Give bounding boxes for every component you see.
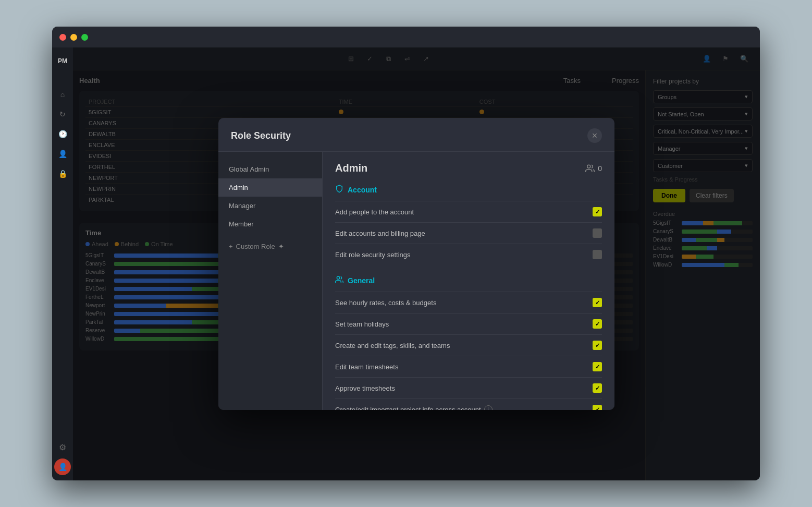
perm-section-general: General See hourly rates, costs & budget…	[335, 275, 602, 410]
check-mark: ✓	[595, 209, 600, 215]
sidebar-icon-home[interactable]: ⌂	[54, 86, 71, 103]
titlebar	[52, 27, 760, 47]
nav-item-global-admin[interactable]: Global Admin	[218, 160, 322, 178]
perm-text: Create and edit tags, skills, and teams	[335, 342, 450, 349]
nav-item-manager[interactable]: Manager	[218, 197, 322, 215]
perm-label: Edit role security settings	[335, 251, 411, 259]
perm-section-label: General	[348, 276, 375, 285]
perm-row-edit-billing: Edit accounts and billing page	[335, 222, 602, 244]
perm-checkbox-add-people[interactable]: ✓	[593, 207, 602, 216]
account-icon	[335, 185, 343, 195]
perm-checkbox-tags-skills[interactable]: ✓	[593, 341, 602, 350]
perm-section-title-general: General	[335, 275, 602, 285]
maximize-button[interactable]	[81, 34, 88, 41]
perm-checkbox-edit-billing[interactable]	[593, 228, 602, 238]
check-mark: ✓	[595, 342, 600, 349]
users-count-icon	[585, 164, 595, 173]
modal-overlay: Role Security × Global AdminAdminManager…	[73, 47, 760, 480]
check-mark: ✓	[595, 321, 600, 328]
perm-section-label: Account	[348, 186, 377, 194]
role-user-count: 0	[585, 164, 602, 173]
perm-label: Edit team timesheets	[335, 363, 398, 371]
svg-point-0	[587, 165, 590, 168]
perm-row-team-holidays: Set team holidays ✓	[335, 313, 602, 334]
sidebar-icon-pm[interactable]: PM	[54, 53, 71, 69]
sidebar-icon-user-bottom[interactable]: 👤	[54, 458, 71, 475]
perm-row-edit-security: Edit role security settings	[335, 244, 602, 265]
modal-sidebar: Global AdminAdminManagerMember + Custom …	[218, 152, 323, 410]
close-button[interactable]: ×	[587, 128, 602, 143]
sidebar: PM ⌂ ↻ 🕐 👤 🔒 ⚙ 👤	[52, 47, 73, 480]
perm-text: Approve timesheets	[335, 384, 395, 392]
perm-checkbox-edit-security[interactable]	[593, 250, 602, 259]
nav-item-admin[interactable]: Admin	[218, 178, 322, 197]
modal-header: Role Security ×	[218, 118, 614, 152]
perm-label: Approve timesheets	[335, 384, 395, 392]
general-icon	[335, 275, 343, 285]
perm-row-add-people: Add people to the account ✓	[335, 201, 602, 222]
perm-section-title-account: Account	[335, 185, 602, 195]
perm-checkbox-team-holidays[interactable]: ✓	[593, 319, 602, 329]
perm-section-account: Account Add people to the account ✓ Edit…	[335, 185, 602, 265]
nav-item-member[interactable]: Member	[218, 215, 322, 233]
user-count-number: 0	[598, 164, 602, 173]
perm-text: See hourly rates, costs & budgets	[335, 299, 436, 307]
role-header: Admin 0	[335, 162, 602, 174]
custom-role-label: Custom Role	[236, 243, 275, 250]
star-icon: ✦	[278, 243, 284, 250]
perm-text: Create/edit important project info acros…	[335, 406, 481, 411]
plus-icon: +	[229, 243, 233, 250]
perm-row-project-info: Create/edit important project info acros…	[335, 399, 602, 410]
minimize-button[interactable]	[70, 34, 77, 41]
perm-label: Edit accounts and billing page	[335, 230, 425, 237]
perm-text: Set team holidays	[335, 320, 389, 328]
check-mark: ✓	[595, 364, 600, 370]
perm-checkbox-approve-timesheets[interactable]: ✓	[593, 383, 602, 393]
modal-body: Global AdminAdminManagerMember + Custom …	[218, 152, 614, 410]
perm-label: Set team holidays	[335, 320, 389, 328]
perm-row-hourly-rates: See hourly rates, costs & budgets ✓	[335, 292, 602, 313]
perm-label: See hourly rates, costs & budgets	[335, 299, 436, 307]
perm-text: Edit accounts and billing page	[335, 230, 425, 237]
sidebar-icon-settings[interactable]: ⚙	[54, 439, 71, 455]
perm-text: Add people to the account	[335, 208, 414, 216]
perm-text: Edit team timesheets	[335, 363, 398, 371]
perm-label: Create and edit tags, skills, and teams	[335, 342, 450, 349]
mac-window: PM ⌂ ↻ 🕐 👤 🔒 ⚙ 👤 ⊞ ✓ ⧉ ⇌ ↗ 👤 ⚑	[52, 27, 760, 480]
sidebar-icon-user[interactable]: 👤	[54, 146, 71, 162]
perm-row-timesheets: Edit team timesheets ✓	[335, 356, 602, 377]
perm-text: Edit role security settings	[335, 251, 411, 259]
svg-point-1	[337, 276, 339, 279]
perm-checkbox-project-info[interactable]: ✓	[593, 405, 602, 410]
modal-title: Role Security	[231, 130, 291, 141]
perm-checkbox-hourly-rates[interactable]: ✓	[593, 298, 602, 307]
role-name: Admin	[335, 162, 367, 174]
sidebar-icon-clock[interactable]: 🕐	[54, 126, 71, 142]
check-mark: ✓	[595, 299, 600, 306]
perm-row-approve-timesheets: Approve timesheets ✓	[335, 377, 602, 399]
check-mark: ✓	[595, 406, 600, 411]
main-content: ⊞ ✓ ⧉ ⇌ ↗ 👤 ⚑ 🔍 Health Tasks	[73, 47, 760, 480]
sidebar-icon-refresh[interactable]: ↻	[54, 106, 71, 123]
perm-label: Create/edit important project info acros…	[335, 405, 493, 410]
perm-row-tags-skills: Create and edit tags, skills, and teams …	[335, 334, 602, 356]
modal-content: Admin 0	[323, 152, 614, 410]
close-button[interactable]	[59, 34, 66, 41]
app-body: PM ⌂ ↻ 🕐 👤 🔒 ⚙ 👤 ⊞ ✓ ⧉ ⇌ ↗ 👤 ⚑	[52, 47, 760, 480]
perm-label: Add people to the account	[335, 208, 414, 216]
sidebar-icon-lock[interactable]: 🔒	[54, 165, 71, 182]
perm-checkbox-timesheets[interactable]: ✓	[593, 362, 602, 371]
role-security-modal: Role Security × Global AdminAdminManager…	[218, 118, 614, 410]
info-icon[interactable]: i	[484, 405, 493, 410]
add-custom-role-button[interactable]: + Custom Role ✦	[218, 237, 322, 256]
check-mark: ✓	[595, 385, 600, 392]
